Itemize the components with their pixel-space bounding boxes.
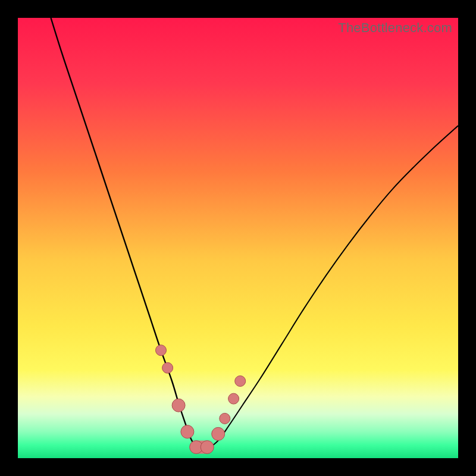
marker-dot — [181, 425, 194, 439]
left-curve — [51, 18, 199, 449]
marker-dot — [162, 362, 173, 373]
marker-dot — [212, 427, 225, 440]
curves-layer — [18, 18, 458, 458]
marker-dot — [235, 376, 246, 387]
marker-dot — [172, 399, 185, 412]
plot-area: TheBottleneck.com — [18, 18, 458, 458]
marker-dot — [220, 413, 230, 424]
marker-dot — [156, 345, 167, 356]
right-curve — [207, 126, 458, 449]
watermark-text: TheBottleneck.com — [338, 20, 452, 36]
chart-frame: TheBottleneck.com — [0, 0, 476, 476]
marker-group — [156, 345, 246, 454]
marker-dot — [228, 393, 239, 404]
marker-dot — [201, 441, 214, 454]
